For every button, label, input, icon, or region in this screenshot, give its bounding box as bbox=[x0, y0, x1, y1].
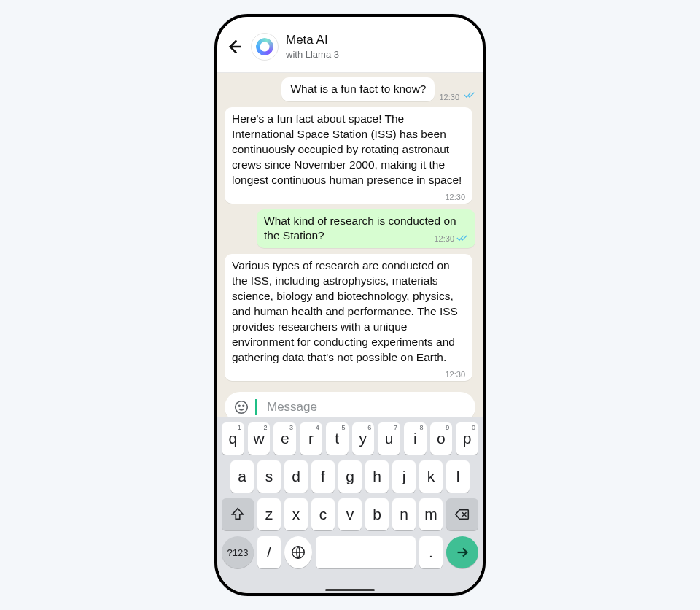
key-superscript: 7 bbox=[394, 424, 397, 431]
key-j[interactable]: j bbox=[392, 460, 416, 493]
chat-scroll[interactable]: What is a fun fact to know? 12:30 Here's… bbox=[217, 73, 483, 387]
svg-point-2 bbox=[243, 405, 244, 406]
backspace-icon bbox=[454, 506, 470, 522]
message-text: What kind of research is conducted on th… bbox=[264, 215, 456, 242]
key-c[interactable]: c bbox=[311, 498, 335, 530]
keyboard-row: q1w2e3r4t5y6u7i8o9p0 bbox=[222, 422, 478, 455]
key-g[interactable]: g bbox=[338, 460, 362, 493]
key-superscript: 8 bbox=[420, 424, 424, 431]
message-time: 12:30 bbox=[439, 93, 459, 101]
message-text: What is a fun fact to know? bbox=[290, 82, 426, 95]
key-label: . bbox=[429, 544, 433, 561]
backspace-key[interactable] bbox=[446, 498, 478, 530]
key-superscript: 0 bbox=[472, 424, 475, 431]
message-input[interactable] bbox=[265, 399, 467, 415]
emoji-icon bbox=[233, 399, 249, 415]
key-superscript: 1 bbox=[238, 424, 241, 431]
language-key[interactable] bbox=[284, 536, 312, 568]
globe-icon bbox=[290, 544, 306, 560]
key-r[interactable]: r4 bbox=[300, 422, 322, 455]
send-key[interactable] bbox=[446, 536, 478, 568]
message-time: 12:30 bbox=[445, 371, 465, 379]
key-h[interactable]: h bbox=[365, 460, 389, 493]
key-superscript: 6 bbox=[368, 424, 371, 431]
key-o[interactable]: o9 bbox=[430, 422, 453, 455]
key-t[interactable]: t5 bbox=[326, 422, 349, 455]
text-caret bbox=[255, 399, 257, 415]
key-superscript: 5 bbox=[341, 424, 345, 431]
read-receipt-icon bbox=[464, 90, 475, 101]
key-m[interactable]: m bbox=[419, 498, 443, 530]
key-superscript: 9 bbox=[446, 424, 449, 431]
keyboard-row: zxcvbnm bbox=[222, 498, 478, 530]
message-text: Here's a fun fact about space! The Inter… bbox=[232, 112, 462, 186]
emoji-button[interactable] bbox=[233, 399, 249, 415]
key-q[interactable]: q1 bbox=[222, 422, 244, 455]
key-superscript: 3 bbox=[289, 424, 293, 431]
chat-subtitle: with Llama 3 bbox=[286, 49, 339, 61]
key-x[interactable]: x bbox=[284, 498, 308, 530]
key-i[interactable]: i8 bbox=[404, 422, 427, 455]
key-z[interactable]: z bbox=[257, 498, 281, 530]
key-y[interactable]: y6 bbox=[352, 422, 375, 455]
key-d[interactable]: d bbox=[284, 460, 308, 493]
key-s[interactable]: s bbox=[257, 460, 281, 493]
arrow-left-icon bbox=[225, 37, 244, 56]
key-n[interactable]: n bbox=[392, 498, 416, 530]
message-time: 12:30 bbox=[445, 193, 465, 201]
chat-title: Meta AI bbox=[286, 34, 339, 47]
key-superscript: 4 bbox=[316, 424, 319, 431]
key-superscript: 2 bbox=[263, 424, 267, 431]
message-received[interactable]: Various types of research are conducted … bbox=[225, 254, 472, 380]
space-key[interactable] bbox=[316, 536, 416, 568]
message-text: Various types of research are conducted … bbox=[232, 259, 458, 363]
svg-point-0 bbox=[236, 401, 248, 414]
slash-key[interactable]: / bbox=[257, 536, 281, 568]
key-u[interactable]: u7 bbox=[378, 422, 400, 455]
arrow-right-icon bbox=[454, 544, 470, 560]
key-a[interactable]: a bbox=[230, 460, 254, 493]
keyboard-row: ?123 / . bbox=[222, 536, 478, 568]
shift-icon bbox=[230, 506, 246, 522]
key-l[interactable]: l bbox=[446, 460, 470, 493]
message-bubble[interactable]: What is a fun fact to know? bbox=[281, 77, 435, 101]
key-w[interactable]: w2 bbox=[248, 422, 271, 455]
avatar[interactable] bbox=[251, 33, 279, 61]
period-key[interactable]: . bbox=[419, 536, 443, 568]
back-button[interactable] bbox=[225, 37, 244, 56]
key-b[interactable]: b bbox=[365, 498, 389, 530]
message-time: 12:30 bbox=[434, 235, 454, 243]
shift-key[interactable] bbox=[222, 498, 254, 530]
meta-ai-ring-icon bbox=[256, 38, 273, 55]
message-received[interactable]: Here's a fun fact about space! The Inter… bbox=[225, 107, 472, 204]
key-label: / bbox=[267, 544, 271, 561]
soft-keyboard: q1w2e3r4t5y6u7i8o9p0 asdfghjkl zxcvbnm ?… bbox=[217, 417, 483, 593]
key-k[interactable]: k bbox=[419, 460, 443, 493]
keyboard-row: asdfghjkl bbox=[222, 460, 478, 493]
home-indicator bbox=[325, 589, 375, 591]
key-p[interactable]: p0 bbox=[456, 422, 478, 455]
key-e[interactable]: e3 bbox=[273, 422, 296, 455]
phone-frame: Meta AI with Llama 3 What is a fun fact … bbox=[214, 14, 486, 596]
svg-point-1 bbox=[238, 405, 240, 406]
header-text[interactable]: Meta AI with Llama 3 bbox=[286, 34, 339, 60]
key-v[interactable]: v bbox=[338, 498, 362, 530]
key-f[interactable]: f bbox=[311, 460, 335, 493]
message-sent: What is a fun fact to know? 12:30 bbox=[281, 77, 475, 101]
read-receipt-icon bbox=[456, 233, 468, 244]
message-sent[interactable]: What kind of research is conducted on th… bbox=[257, 209, 475, 249]
key-label: ?123 bbox=[228, 547, 249, 558]
numbers-key[interactable]: ?123 bbox=[222, 536, 254, 568]
chat-header: Meta AI with Llama 3 bbox=[217, 17, 483, 73]
